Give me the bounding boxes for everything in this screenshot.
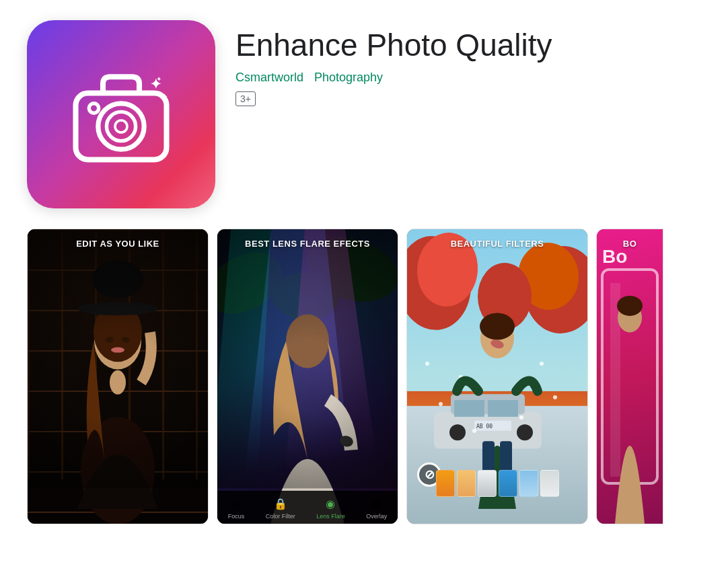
filter-thumb-1[interactable] xyxy=(436,470,455,497)
camera-icon: ✦ ✦ ✦ xyxy=(61,54,182,175)
screenshot-3[interactable]: BEAUTIFUL FILTERS ⊘ xyxy=(406,229,588,524)
svg-point-2 xyxy=(106,112,135,140)
toolbar-focus-label: Focus xyxy=(228,513,245,520)
filter-thumb-5[interactable] xyxy=(519,470,538,497)
toolbar-overlay: ▣ Overlay xyxy=(366,496,387,520)
filter-thumb-4[interactable] xyxy=(499,470,517,497)
toolbar-lensflare-label: Lens Flare xyxy=(316,513,345,520)
screenshot-4-partial[interactable]: Bo xyxy=(596,229,663,524)
screenshot-4-label: Bo xyxy=(597,239,663,249)
filter-strip xyxy=(407,470,587,497)
svg-point-3 xyxy=(115,120,127,132)
toolbar-colorfilter: 🔒 Color Filter xyxy=(266,496,295,520)
screenshot-1-label: EDIT AS YOU LIKE xyxy=(28,239,208,249)
app-icon-background: ✦ ✦ ✦ xyxy=(27,20,215,208)
screenshots-section: EDIT AS YOU LIKE ✏️ Basic ⚡ Lightning ▽ … xyxy=(0,222,728,531)
filter-thumb-2[interactable] xyxy=(457,470,476,497)
toolbar-overlay-label: Overlay xyxy=(366,513,387,520)
app-icon-wrapper: ✦ ✦ ✦ xyxy=(27,20,215,208)
focus-icon: ◎ xyxy=(229,496,244,511)
app-header: ✦ ✦ ✦ Enhance Photo Quality Csmartworld … xyxy=(0,0,728,222)
screenshot-1[interactable]: EDIT AS YOU LIKE ✏️ Basic ⚡ Lightning ▽ … xyxy=(27,229,209,524)
app-meta: Csmartworld Photography xyxy=(235,71,552,85)
screenshot-2-toolbar: ◎ Focus 🔒 Color Filter ◉ Lens Flare ▣ Ov… xyxy=(217,491,398,524)
svg-text:✦: ✦ xyxy=(156,75,161,83)
screenshot-2-label: BEST LENS FLARE EFECTS xyxy=(217,239,398,249)
overlay-icon: ▣ xyxy=(369,496,384,511)
toolbar-colorfilter-label: Color Filter xyxy=(266,513,295,520)
screenshot-2[interactable]: BEST LENS FLARE EFECTS ◎ Focus 🔒 Color F… xyxy=(217,229,398,524)
age-rating-badge: 3+ xyxy=(235,91,256,106)
filter-thumb-3[interactable] xyxy=(478,470,497,497)
colorfilter-icon: 🔒 xyxy=(273,496,288,511)
filter-thumb-6[interactable] xyxy=(540,470,559,497)
app-title: Enhance Photo Quality xyxy=(235,27,552,64)
developer-link[interactable]: Csmartworld xyxy=(235,71,303,85)
svg-text:✦: ✦ xyxy=(161,92,168,102)
toolbar-lensflare: ◉ Lens Flare xyxy=(316,496,345,520)
app-info-section: Enhance Photo Quality Csmartworld Photog… xyxy=(235,20,552,106)
lensflare-icon: ◉ xyxy=(323,496,338,511)
screenshot-3-label: BEAUTIFUL FILTERS xyxy=(407,239,587,249)
category-link[interactable]: Photography xyxy=(314,71,383,85)
svg-point-4 xyxy=(89,104,98,113)
toolbar-focus: ◎ Focus xyxy=(228,496,245,520)
